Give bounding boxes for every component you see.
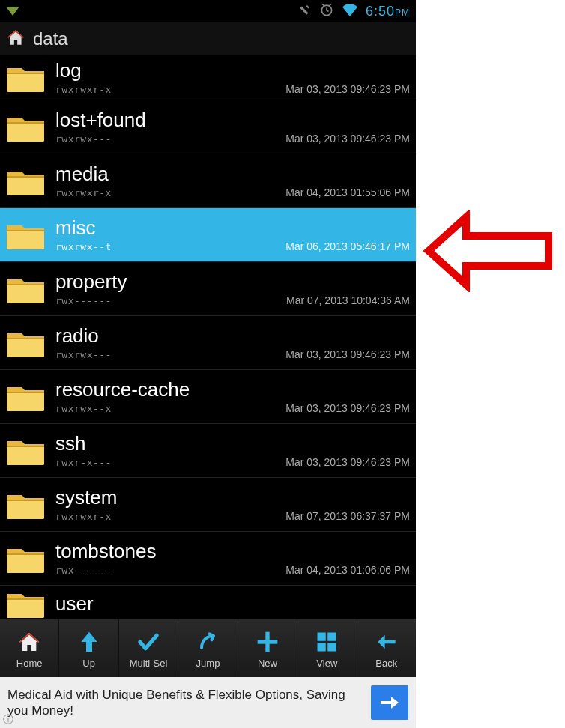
file-name: lost+found xyxy=(55,109,410,131)
file-info: miscrwxrwx--tMar 06, 2013 05:46:17 PM xyxy=(55,217,410,252)
up-icon xyxy=(74,628,104,656)
toolbar-label: Back xyxy=(375,658,397,669)
svg-rect-4 xyxy=(318,633,326,641)
file-info: logrwxrwxr-xMar 03, 2013 09:46:23 PM xyxy=(55,60,410,95)
file-permissions: rwxrwxr-x xyxy=(55,511,112,522)
file-row[interactable]: mediarwxrwxr-xMar 04, 2013 01:55:06 PM xyxy=(0,154,416,208)
file-row[interactable]: sshrwxr-x---Mar 03, 2013 09:46:23 PM xyxy=(0,424,416,478)
file-row[interactable]: lost+foundrwxrwx---Mar 03, 2013 09:46:23… xyxy=(0,100,416,154)
home-icon xyxy=(14,628,44,656)
toolbar-label: New xyxy=(258,658,277,669)
file-date: Mar 03, 2013 09:46:23 PM xyxy=(285,133,410,145)
folder-icon xyxy=(3,109,48,145)
wifi-icon xyxy=(342,3,358,20)
file-permissions: rwxrwx--- xyxy=(55,349,112,360)
folder-icon xyxy=(3,271,48,307)
svg-marker-0 xyxy=(6,7,19,16)
file-name: property xyxy=(55,271,410,293)
file-date: Mar 03, 2013 09:46:23 PM xyxy=(285,456,410,468)
path-bar[interactable]: data xyxy=(0,22,416,55)
status-clock: 6:50PM xyxy=(366,4,410,19)
file-permissions: rwxr-x--- xyxy=(55,457,112,468)
ad-text: Medical Aid with Unique Benefits & Flexi… xyxy=(7,687,365,719)
folder-icon xyxy=(3,541,48,577)
current-path: data xyxy=(33,28,68,49)
file-info: tombstonesrwx------Mar 04, 2013 01:06:06… xyxy=(55,541,410,576)
file-name: log xyxy=(55,60,410,82)
file-row[interactable]: tombstonesrwx------Mar 04, 2013 01:06:06… xyxy=(0,532,416,586)
toolbar-back-button[interactable]: Back xyxy=(357,619,416,677)
file-row[interactable]: user xyxy=(0,586,416,619)
annotation-arrow-icon xyxy=(421,210,556,292)
file-info: resource-cacherwxrwx--xMar 03, 2013 09:4… xyxy=(55,379,410,414)
file-row[interactable]: resource-cacherwxrwx--xMar 03, 2013 09:4… xyxy=(0,370,416,424)
file-list[interactable]: logrwxrwxr-xMar 03, 2013 09:46:23 PMlost… xyxy=(0,55,416,619)
file-info: lost+foundrwxrwx---Mar 03, 2013 09:46:23… xyxy=(55,109,410,145)
file-info: propertyrwx------Mar 07, 2013 10:04:36 A… xyxy=(55,271,410,306)
toolbar-multisel-button[interactable]: Multi-Sel xyxy=(119,619,178,677)
file-row[interactable]: systemrwxrwxr-xMar 07, 2013 06:37:37 PM xyxy=(0,478,416,532)
toolbar-up-button[interactable]: Up xyxy=(59,619,118,677)
file-row[interactable]: propertyrwx------Mar 07, 2013 10:04:36 A… xyxy=(0,262,416,316)
file-name: radio xyxy=(55,325,410,347)
plus-icon xyxy=(253,628,282,656)
toolbar-label: Multi-Sel xyxy=(130,658,168,669)
home-icon xyxy=(6,28,25,50)
folder-icon xyxy=(3,379,48,415)
file-permissions: rwxrwx--x xyxy=(55,403,112,414)
file-name: system xyxy=(55,487,410,509)
svg-rect-5 xyxy=(328,633,336,641)
toolbar-view-button[interactable]: View xyxy=(297,619,357,677)
folder-icon xyxy=(3,586,48,619)
file-date: Mar 07, 2013 06:37:37 PM xyxy=(285,510,410,522)
file-name: resource-cache xyxy=(55,379,410,401)
file-date: Mar 03, 2013 09:46:23 PM xyxy=(285,83,410,95)
toolbar-jump-button[interactable]: Jump xyxy=(178,619,238,677)
ad-go-button[interactable] xyxy=(371,685,408,720)
status-bar: 6:50PM xyxy=(0,0,416,22)
file-date: Mar 04, 2013 01:06:06 PM xyxy=(285,564,410,576)
file-name: media xyxy=(55,163,410,185)
jump-icon xyxy=(193,628,223,656)
toolbar-new-button[interactable]: New xyxy=(238,619,297,677)
file-permissions: rwx------ xyxy=(55,295,112,306)
file-permissions: rwx------ xyxy=(55,565,112,576)
grid-icon xyxy=(312,628,342,656)
phone-screen: 6:50PM data logrwxrwxr-xMar 03, 2013 09:… xyxy=(0,0,416,728)
folder-icon xyxy=(3,163,48,199)
file-date: Mar 03, 2013 09:46:23 PM xyxy=(285,402,410,414)
file-name: misc xyxy=(55,217,410,239)
file-row[interactable]: miscrwxrwx--tMar 06, 2013 05:46:17 PM xyxy=(0,208,416,262)
file-info: mediarwxrwxr-xMar 04, 2013 01:55:06 PM xyxy=(55,163,410,198)
toolbar-label: View xyxy=(316,658,337,669)
file-date: Mar 06, 2013 05:46:17 PM xyxy=(285,240,410,252)
folder-icon xyxy=(3,217,48,253)
toolbar-home-button[interactable]: Home xyxy=(0,619,59,677)
svg-rect-6 xyxy=(318,643,326,651)
toolbar-label: Up xyxy=(82,658,95,669)
dropdown-indicator-icon xyxy=(6,4,19,19)
ad-info-icon[interactable]: ⓘ xyxy=(3,713,13,727)
file-date: Mar 07, 2013 10:04:36 AM xyxy=(286,294,410,306)
folder-icon xyxy=(3,60,48,96)
alarm-icon xyxy=(319,2,334,21)
ad-banner[interactable]: Medical Aid with Unique Benefits & Flexi… xyxy=(0,677,416,728)
file-name: tombstones xyxy=(55,541,410,562)
vibrate-icon xyxy=(298,3,312,20)
svg-rect-3 xyxy=(258,640,278,643)
folder-icon xyxy=(3,433,48,469)
file-permissions: rwxrwxr-x xyxy=(55,187,112,198)
file-row[interactable]: radiorwxrwx---Mar 03, 2013 09:46:23 PM xyxy=(0,316,416,370)
bottom-toolbar: HomeUpMulti-SelJumpNewViewBack xyxy=(0,619,416,677)
file-row[interactable]: logrwxrwxr-xMar 03, 2013 09:46:23 PM xyxy=(0,55,416,100)
file-date: Mar 03, 2013 09:46:23 PM xyxy=(285,348,410,360)
file-info: user xyxy=(55,593,410,615)
file-info: systemrwxrwxr-xMar 07, 2013 06:37:37 PM xyxy=(55,487,410,522)
toolbar-label: Jump xyxy=(196,658,220,669)
file-info: radiorwxrwx---Mar 03, 2013 09:46:23 PM xyxy=(55,325,410,360)
back-icon xyxy=(372,628,402,656)
file-permissions: rwxrwx--- xyxy=(55,133,112,145)
toolbar-label: Home xyxy=(16,658,43,669)
file-name: ssh xyxy=(55,433,410,455)
file-permissions: rwxrwxr-x xyxy=(55,84,112,95)
